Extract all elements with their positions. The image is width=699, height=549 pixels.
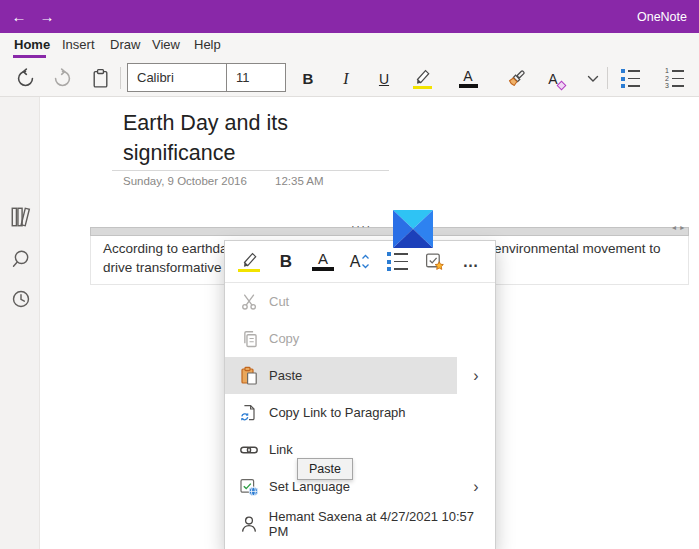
ribbon-tabs: Home Insert Draw View Help	[0, 33, 699, 59]
paste-tooltip: Paste	[297, 458, 353, 480]
cursor-icon	[393, 210, 433, 252]
note-container-drag-bar[interactable]	[90, 227, 689, 236]
font-name-select[interactable]: Calibri	[127, 63, 227, 92]
paragraph-text-line1-left[interactable]: According to earthda	[103, 241, 228, 256]
ribbon-toolbar: Calibri 11 B I U A A	[0, 59, 699, 97]
font-color-bar	[459, 84, 478, 88]
paste-button[interactable]	[84, 63, 116, 94]
tag-checkbox-star-icon	[424, 251, 445, 272]
font-size-select[interactable]: 11	[226, 63, 286, 92]
tab-view[interactable]: View	[152, 37, 180, 52]
format-painter-icon	[506, 68, 527, 89]
title-divider	[112, 170, 389, 171]
active-tab-indicator	[13, 55, 46, 58]
tab-home[interactable]: Home	[14, 37, 50, 52]
search-icon	[10, 248, 32, 270]
paste-icon	[238, 366, 260, 386]
container-resize-icon[interactable]: ◂ ▸	[672, 223, 685, 232]
link-icon	[238, 440, 260, 460]
text-size-button[interactable]: A	[344, 245, 376, 279]
page-time: 12:35 AM	[275, 175, 324, 187]
numbered-list-icon: 1 2 3	[664, 69, 684, 88]
highlight-color-bar	[413, 86, 432, 90]
format-painter-button[interactable]	[500, 63, 532, 94]
back-icon[interactable]: ←	[6, 0, 32, 33]
highlighter-icon	[413, 68, 432, 85]
menu-item-set-language[interactable]: Set Language ›	[225, 468, 495, 505]
font-color-bar	[312, 267, 334, 271]
chevron-down-icon	[587, 75, 599, 83]
menu-item-link[interactable]: Link	[225, 431, 495, 468]
styles-button[interactable]: A	[537, 63, 569, 94]
menu-item-paste[interactable]: Paste › Paste	[225, 357, 495, 394]
tab-draw[interactable]: Draw	[110, 37, 140, 52]
notebooks-icon	[9, 205, 33, 229]
notebooks-button[interactable]	[8, 204, 34, 230]
recent-notes-button[interactable]	[8, 286, 34, 312]
tab-help[interactable]: Help	[194, 37, 221, 52]
italic-button[interactable]: I	[330, 63, 362, 94]
person-icon	[238, 514, 260, 534]
paste-submenu-chevron-icon[interactable]: ›	[457, 357, 495, 394]
forward-icon[interactable]: →	[34, 0, 60, 33]
font-color-button[interactable]: A	[452, 63, 484, 94]
bullet-list-button[interactable]	[614, 63, 646, 94]
formatting-dropdown-button[interactable]	[577, 63, 609, 94]
context-menu: B A A	[224, 240, 496, 549]
numbered-list-button[interactable]: 1 2 3	[658, 63, 690, 94]
onenote-window: ← → OneNote Home Insert Draw View Help	[0, 0, 699, 549]
style-diamond-icon	[557, 81, 567, 91]
redo-button[interactable]	[46, 63, 78, 94]
highlight-color-bar	[238, 269, 260, 273]
bullet-list-icon	[387, 252, 408, 271]
menu-item-copy-link-to-paragraph[interactable]: Copy Link to Paragraph	[225, 394, 495, 431]
clipboard-icon	[90, 68, 111, 89]
language-submenu-chevron-icon[interactable]: ›	[457, 468, 495, 505]
highlighter-icon	[240, 251, 259, 268]
title-bar: ← → OneNote	[0, 0, 699, 33]
highlighter-button[interactable]	[233, 245, 265, 279]
paragraph-text-line2-left[interactable]: drive transformative	[103, 260, 222, 275]
copy-icon	[238, 329, 260, 348]
font-color-button[interactable]: A	[307, 245, 339, 279]
left-rail	[0, 97, 40, 549]
page-title-line1[interactable]: Earth Day and its	[123, 111, 288, 136]
menu-item-copy: Copy	[225, 320, 495, 357]
toolbar-separator	[120, 67, 121, 89]
toolbar-separator	[607, 67, 608, 89]
clock-icon	[10, 288, 32, 310]
paragraph-text-line1-right[interactable]: environmental movement to	[494, 241, 661, 256]
undo-button[interactable]	[9, 63, 41, 94]
scissors-icon	[238, 292, 260, 311]
undo-icon	[15, 68, 36, 89]
search-button[interactable]	[8, 246, 34, 272]
menu-item-author[interactable]: Hemant Saxena at 4/27/2021 10:57 PM	[225, 505, 495, 542]
copy-link-paragraph-icon	[238, 403, 260, 423]
bold-button[interactable]: B	[270, 245, 302, 279]
set-language-icon	[238, 477, 260, 497]
bullet-list-icon	[621, 69, 640, 88]
size-carets-icon	[361, 254, 370, 269]
highlighter-button[interactable]	[406, 63, 438, 94]
page-title-line2[interactable]: significance	[123, 141, 235, 166]
page-date: Sunday, 9 October 2016	[123, 175, 247, 187]
bold-button[interactable]: B	[292, 63, 324, 94]
context-mini-toolbar: B A A	[225, 241, 495, 283]
tab-insert[interactable]: Insert	[62, 37, 95, 52]
underline-button[interactable]: U	[368, 63, 400, 94]
app-title: OneNote	[637, 0, 687, 33]
menu-item-cut: Cut	[225, 283, 495, 320]
redo-icon	[52, 68, 73, 89]
more-options-button[interactable]: …	[455, 245, 487, 279]
drag-handle-dots-icon[interactable]: ····	[351, 220, 372, 232]
